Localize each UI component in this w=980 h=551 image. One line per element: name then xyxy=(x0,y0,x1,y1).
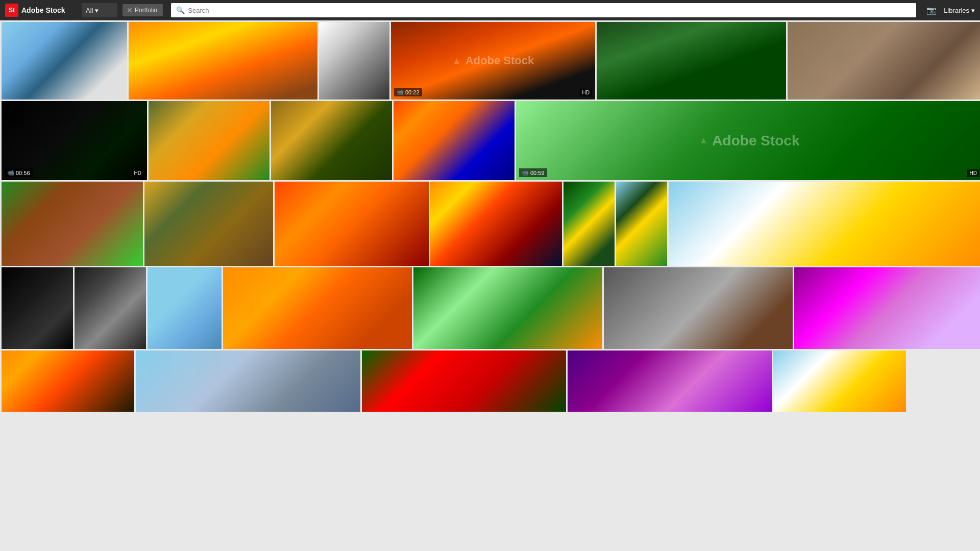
photo-red-flower[interactable] xyxy=(362,350,566,412)
gallery-row-4 xyxy=(2,267,978,349)
photo-forest-tall[interactable] xyxy=(616,182,667,266)
photo-green-bug[interactable]: ▲ Adobe Stock 📹 00:59 HD xyxy=(516,101,980,180)
photo-sunset-trees[interactable] xyxy=(129,22,317,99)
photo-forest-extra[interactable] xyxy=(669,182,980,266)
hd-badge: HD xyxy=(967,169,979,177)
gallery-row-3 xyxy=(2,182,978,266)
photo-bird-branch[interactable] xyxy=(271,101,392,180)
camera-icon[interactable]: 📷 xyxy=(924,3,939,17)
adobe-stock-logo: St xyxy=(5,4,18,17)
watermark: ▲ Adobe Stock xyxy=(699,133,800,149)
search-icon: 🔍 xyxy=(176,6,185,14)
logo-area: St Adobe Stock xyxy=(5,4,77,17)
video-duration: 00:22 xyxy=(405,89,420,95)
video-camera-icon: 📹 xyxy=(522,169,529,176)
photo-sandhill-cranes[interactable] xyxy=(788,22,980,99)
photo-purple-flower[interactable] xyxy=(794,267,980,349)
photo-foggy-sunset[interactable] xyxy=(223,267,412,349)
photo-photographer-sunset[interactable] xyxy=(275,182,429,266)
video-camera-icon: 📹 xyxy=(7,169,14,176)
video-duration-badge: 📹 00:59 xyxy=(519,168,547,177)
photo-deer-autumn[interactable] xyxy=(144,182,273,266)
portfolio-tag: ✕ Portfolio: xyxy=(122,4,163,16)
photo-ferris-wheel[interactable] xyxy=(2,22,127,99)
hd-badge: HD xyxy=(132,169,144,177)
photo-sunset-trees-2[interactable] xyxy=(2,350,134,412)
photo-autumn-forest[interactable] xyxy=(149,101,270,180)
app-title: Adobe Stock xyxy=(21,6,65,14)
photo-cloud-sky[interactable] xyxy=(773,350,906,412)
libraries-label: Libraries xyxy=(944,7,969,14)
photo-marsh-sunset[interactable] xyxy=(430,182,562,266)
video-camera-icon: 📹 xyxy=(397,89,404,95)
portfolio-label: Portfolio: xyxy=(135,7,159,14)
photo-forest-sun[interactable] xyxy=(564,182,615,266)
photo-heron[interactable] xyxy=(148,267,222,349)
chevron-down-icon: ▾ xyxy=(95,7,99,14)
video-duration-badge: 📹 00:56 xyxy=(5,168,33,177)
header: St Adobe Stock All ▾ ✕ Portfolio: 🔍 📷 Li… xyxy=(0,0,980,20)
filter-dropdown[interactable]: All ▾ xyxy=(82,3,117,17)
photo-misty-lake[interactable] xyxy=(136,350,360,412)
video-duration: 00:59 xyxy=(530,170,545,176)
photo-shells[interactable] xyxy=(75,267,146,349)
video-duration-badge: 📹 00:22 xyxy=(394,88,422,96)
gallery-row-2: 📹 00:56 HD ▲ Adobe Stock 📹 00:59 HD xyxy=(2,101,978,180)
photo-frog[interactable] xyxy=(413,267,602,349)
gallery: ▲ Adobe Stock 📹 00:22 HD 📹 00:56 HD xyxy=(0,20,980,551)
watermark: ▲ Adobe Stock xyxy=(452,54,534,67)
photo-purple-sky[interactable] xyxy=(568,350,772,412)
photo-forest-path[interactable] xyxy=(597,22,786,99)
libraries-button[interactable]: Libraries ▾ xyxy=(944,7,975,14)
photo-fire-sky[interactable]: ▲ Adobe Stock 📹 00:22 HD xyxy=(391,22,595,99)
photo-dark-plane[interactable]: 📹 00:56 HD xyxy=(2,101,147,180)
photo-snail[interactable] xyxy=(2,267,73,349)
search-input[interactable] xyxy=(188,7,911,14)
close-icon[interactable]: ✕ xyxy=(127,6,133,14)
photo-horse-foal[interactable] xyxy=(2,182,143,266)
chevron-down-icon: ▾ xyxy=(971,7,975,14)
search-bar[interactable]: 🔍 xyxy=(171,3,916,17)
gallery-row-5 xyxy=(2,350,978,412)
photo-ferris-bw[interactable] xyxy=(319,22,389,99)
header-right: 📷 Libraries ▾ xyxy=(924,3,975,17)
filter-value: All xyxy=(86,7,93,14)
hd-badge: HD xyxy=(580,89,592,96)
video-duration: 00:56 xyxy=(16,170,30,176)
photo-sunset-water[interactable] xyxy=(394,101,514,180)
photo-waterfall[interactable] xyxy=(604,267,793,349)
gallery-row-1: ▲ Adobe Stock 📹 00:22 HD xyxy=(2,22,978,99)
